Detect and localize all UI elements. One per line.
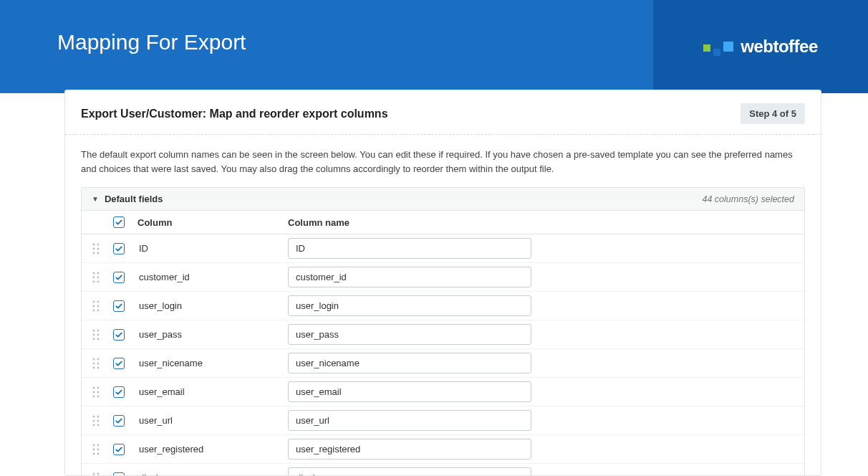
table-row: user_nicename [82,349,804,378]
column-name-input[interactable] [288,324,531,345]
svg-point-30 [93,386,95,389]
drag-handle-icon[interactable] [92,328,113,341]
page-hero: Mapping For Export webtoffee [0,0,868,93]
field-label: display_name [138,472,288,476]
table-row: user_url [82,406,804,435]
check-icon [115,218,123,227]
svg-point-31 [97,386,100,389]
svg-point-22 [93,338,95,340]
field-label: user_login [138,300,288,311]
column-name-input[interactable] [288,295,531,316]
drag-handle-icon[interactable] [92,414,113,427]
column-name-input[interactable] [288,410,531,431]
svg-point-40 [93,424,95,426]
panel-header: Export User/Customer: Map and reorder ex… [65,90,821,135]
table-row: user_email [82,378,804,406]
step-badge: Step 4 of 5 [741,103,805,124]
svg-point-17 [97,309,100,311]
panel-title: Export User/Customer: Map and reorder ex… [81,108,388,120]
field-label: user_email [138,386,288,397]
row-checkbox[interactable] [113,444,125,455]
column-name-input[interactable] [288,238,531,259]
svg-point-8 [93,276,95,278]
field-label: user_nicename [138,358,288,368]
row-checkbox[interactable] [113,329,125,341]
drag-handle-icon[interactable] [92,300,113,313]
svg-point-42 [93,444,95,446]
svg-point-10 [93,280,95,282]
svg-point-47 [97,452,100,454]
svg-point-24 [93,358,95,360]
svg-point-41 [97,424,100,426]
field-label: user_registered [138,444,288,454]
table-row: ID [82,234,804,263]
svg-point-28 [93,366,95,368]
brand-logo-icon [703,42,733,52]
brand-logo-text: webtoffee [741,37,818,57]
column-headers: Column Column name [82,211,804,234]
row-checkbox[interactable] [113,415,125,427]
svg-point-37 [97,415,100,417]
svg-point-25 [97,358,100,360]
row-checkbox[interactable] [113,472,125,477]
drag-handle-icon[interactable] [92,443,113,456]
svg-point-9 [97,276,100,278]
drag-handle-icon[interactable] [92,386,113,399]
svg-point-43 [97,444,100,446]
column-name-input[interactable] [288,467,531,476]
svg-point-7 [97,272,100,274]
row-checkbox[interactable] [113,272,125,283]
field-label: user_pass [138,329,288,340]
svg-point-6 [93,272,95,274]
svg-point-20 [93,333,95,335]
row-checkbox[interactable] [113,358,125,369]
table-row: user_registered [82,435,804,464]
svg-point-15 [97,305,100,307]
svg-point-23 [97,338,100,340]
group-name: Default fields [105,194,163,204]
field-label: ID [138,243,288,254]
svg-point-34 [93,395,95,397]
drag-handle-icon[interactable] [92,242,113,255]
svg-point-13 [97,300,100,303]
svg-point-19 [97,329,100,331]
column-name-input[interactable] [288,381,531,402]
svg-point-3 [97,247,100,249]
selected-count: 44 columns(s) selected [702,194,794,204]
drag-handle-icon[interactable] [92,357,113,370]
column-name-input[interactable] [288,439,531,460]
table-row: user_login [82,292,804,320]
column-name-input[interactable] [288,267,531,287]
row-checkbox[interactable] [113,300,125,312]
row-checkbox[interactable] [113,243,125,254]
drag-handle-icon[interactable] [92,472,113,477]
group-header[interactable]: ▼ Default fields 44 columns(s) selected [82,188,804,211]
header-column-name: Column name [288,217,531,228]
svg-point-36 [93,415,95,417]
svg-point-39 [97,419,100,422]
svg-point-16 [93,309,95,311]
export-panel: Export User/Customer: Map and reorder ex… [64,90,821,476]
svg-point-45 [97,448,100,450]
svg-point-4 [93,252,95,254]
select-all-checkbox[interactable] [113,216,125,228]
column-name-input[interactable] [288,353,531,373]
svg-point-21 [97,333,100,335]
chevron-down-icon: ▼ [92,195,99,203]
svg-point-49 [97,472,100,475]
svg-point-0 [93,243,95,245]
svg-point-5 [97,252,100,254]
drag-handle-icon[interactable] [92,271,113,284]
brand-logo: webtoffee [703,37,818,57]
svg-point-1 [97,243,100,245]
svg-point-38 [93,419,95,422]
svg-point-35 [97,395,100,397]
svg-point-29 [97,366,100,368]
field-label: user_url [138,415,288,426]
header-column: Column [138,217,288,228]
svg-point-27 [97,362,100,364]
row-checkbox[interactable] [113,386,125,398]
svg-point-18 [93,329,95,331]
fields-table: ▼ Default fields 44 columns(s) selected … [81,187,805,476]
svg-point-48 [93,472,95,475]
